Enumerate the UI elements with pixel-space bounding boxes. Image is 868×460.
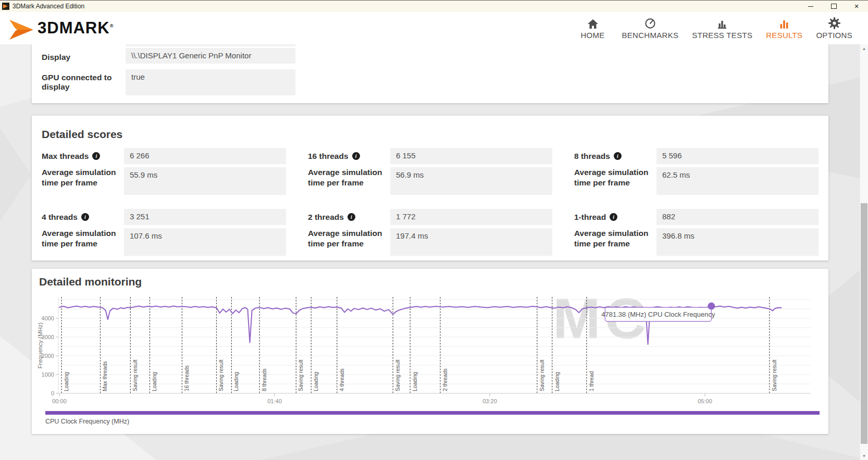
scroll-down-button[interactable]: ▼ (860, 452, 868, 460)
info-icon[interactable]: i (352, 152, 360, 160)
score-value-field: 6 266 (124, 148, 286, 164)
detailed-scores-heading: Detailed scores (42, 128, 819, 141)
window-title: 3DMark Advanced Edition (13, 3, 84, 10)
nav-item-options[interactable]: OPTIONS (816, 17, 852, 40)
nav-items: HOME BENCHMARKS STRESS TESTS RESULTS OPT… (577, 17, 853, 40)
scroll-up-button[interactable]: ▲ (860, 44, 868, 53)
nav-item-results[interactable]: RESULTS (766, 17, 802, 40)
scroll-down-icon: ▼ (862, 454, 866, 458)
maximize-button[interactable] (822, 1, 845, 13)
score-label: 2 threadsi (308, 209, 390, 225)
phase-label: Loading (151, 371, 157, 391)
avg-sim-time-label: Average simulation time per frame (574, 228, 656, 256)
close-button[interactable]: ✕ (845, 1, 868, 13)
x-tick-label: 05:00 (698, 398, 712, 404)
phase-label: Loading (554, 371, 560, 391)
score-value-field: 6 155 (390, 148, 552, 164)
legend-label: CPU Clock Frequency (MHz) (45, 418, 129, 425)
avg-sim-time-field: 62.5 ms (656, 167, 819, 195)
score-label: Max threadsi (42, 148, 124, 164)
detailed-monitoring-heading: Detailed monitoring (39, 276, 142, 288)
nav-item-label: BENCHMARKS (622, 31, 679, 40)
score-cell-8-threads: 8 threadsi5 596Average simulation time p… (574, 148, 819, 195)
brand-name: 3DMARK® (38, 15, 114, 40)
info-icon[interactable]: i (614, 152, 622, 160)
minimize-icon (808, 6, 813, 7)
score-label: 16 threadsi (308, 148, 390, 164)
phase-label: 2 threads (442, 368, 448, 391)
avg-sim-time-label: Average simulation time per frame (42, 228, 124, 256)
info-icon[interactable]: i (348, 213, 355, 221)
phase-label: Loading (63, 371, 69, 391)
nav-item-benchmarks[interactable]: BENCHMARKS (622, 17, 679, 40)
legend-color-bar[interactable] (45, 411, 820, 415)
avg-sim-time-field: 396.8 ms (656, 228, 819, 256)
avg-sim-time-field: 197.4 ms (390, 228, 552, 256)
nav-item-home[interactable]: HOME (577, 17, 609, 40)
app-logo-icon (2, 3, 9, 10)
registered-mark: ® (110, 23, 114, 29)
score-cell-16-threads: 16 threadsi6 155Average simulation time … (308, 148, 552, 195)
phase-label: 8 threads (261, 368, 267, 391)
phase-label: Loading (233, 371, 239, 391)
phase-label: Saving result (132, 359, 138, 391)
home-icon (587, 17, 599, 29)
detailed-scores-card: Detailed scores Max threadsi6 266Average… (32, 116, 828, 260)
score-value-field: 5 596 (656, 148, 819, 164)
phase-label: Saving result (539, 359, 545, 391)
info-icon[interactable]: i (81, 213, 89, 221)
content-area: Display \\.\DISPLAY1 Generic PnP Monitor… (0, 44, 868, 460)
y-axis-title: Frequency (MHz) (37, 322, 43, 368)
gear-icon (828, 17, 840, 29)
score-cell-max-threads: Max threadsi6 266Average simulation time… (42, 148, 286, 195)
nav-bar: 3DMARK® HOME BENCHMARKS STRESS TESTS RES… (0, 12, 868, 44)
monitoring-chart: 01000200030004000Frequency (MHz)00:0001:… (32, 292, 828, 434)
scores-grid: Max threadsi6 266Average simulation time… (42, 148, 819, 256)
scroll-up-icon: ▲ (862, 46, 866, 51)
phase-label: Loading (313, 371, 319, 391)
score-label: 4 threadsi (42, 209, 124, 225)
vertical-scrollbar[interactable]: ▲ ▼ (860, 44, 868, 460)
bar-chart-icon (716, 17, 728, 29)
nav-item-label: HOME (580, 31, 604, 40)
score-label: 8 threadsi (574, 148, 656, 164)
nav-item-label: OPTIONS (816, 31, 852, 40)
phase-label: Loading (412, 371, 418, 391)
maximize-icon (831, 4, 837, 9)
phase-label: Saving result (771, 359, 777, 391)
x-tick-label: 01:40 (267, 398, 282, 404)
score-cell-1-thread: 1-threadi882Average simulation time per … (574, 209, 819, 256)
display-value-field: \\.\DISPLAY1 Generic PnP Monitor (126, 48, 295, 64)
score-value-field: 882 (656, 209, 819, 225)
hover-marker-dot[interactable] (708, 303, 715, 310)
info-icon[interactable]: i (610, 213, 617, 221)
avg-sim-time-label: Average simulation time per frame (308, 167, 390, 195)
phase-label: Saving result (218, 359, 224, 391)
display-label: Display (42, 53, 120, 62)
avg-sim-time-label: Average simulation time per frame (574, 167, 656, 195)
x-tick-label: 03:20 (482, 398, 497, 404)
avg-sim-time-label: Average simulation time per frame (308, 228, 390, 256)
phase-label: Max threads (102, 361, 108, 391)
brand-logo[interactable]: 3DMARK® (9, 15, 114, 42)
y-tick-label: 2000 (42, 353, 54, 359)
detailed-monitoring-card: Detailed monitoring MC 01000200030004000… (32, 269, 828, 434)
avg-sim-time-field: 55.9 ms (124, 167, 286, 195)
y-tick-label: 4000 (42, 315, 54, 321)
app-window: 3DMark Advanced Edition ✕ 3DMARK® HOME B… (0, 0, 868, 460)
gpu-connected-value-field: true (126, 69, 295, 95)
scrollbar-thumb[interactable] (861, 203, 867, 444)
nav-item-stress-tests[interactable]: STRESS TESTS (692, 17, 752, 40)
score-label: 1-threadi (574, 209, 656, 225)
score-value-field: 3 251 (124, 209, 286, 225)
y-tick-label: 0 (51, 390, 54, 396)
clipped-field-above (126, 44, 295, 46)
system-info-card: Display \\.\DISPLAY1 Generic PnP Monitor… (32, 44, 828, 103)
avg-sim-time-field: 56.9 ms (390, 167, 552, 195)
minimize-button[interactable] (799, 1, 822, 13)
info-icon[interactable]: i (92, 152, 100, 160)
avg-sim-time-field: 107.6 ms (124, 228, 286, 256)
phase-label: 1 thread (588, 371, 594, 391)
chart-tooltip-text: 4781.38 (MHz) CPU Clock Frequency (601, 310, 715, 318)
gpu-connected-label: GPU connected to display (42, 73, 120, 92)
